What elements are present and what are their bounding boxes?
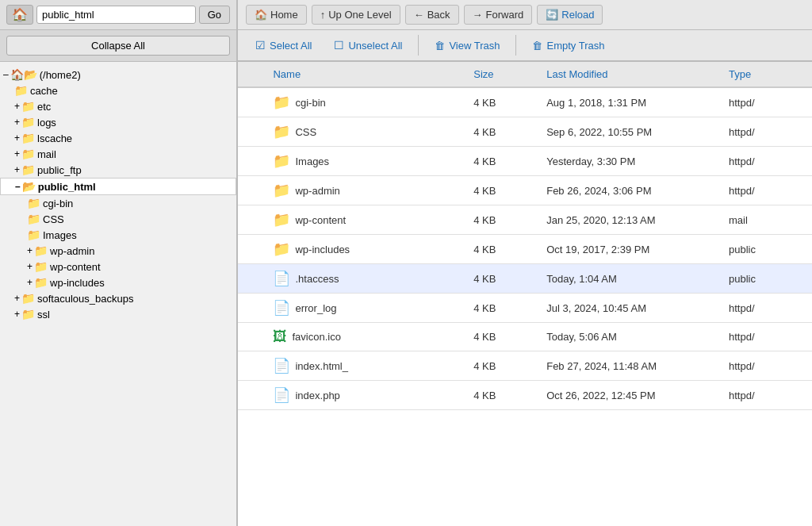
folder-icon: 📁: [21, 292, 35, 305]
tree-item-lscache[interactable]: +📁lscache: [0, 130, 236, 146]
select-all-button[interactable]: ☑ Select All: [246, 35, 321, 56]
row-type-cell: mail: [721, 205, 812, 235]
table-row[interactable]: 📁 cgi-bin 4 KB Aug 1, 2018, 1:31 PM http…: [238, 87, 812, 117]
tree-item-cache[interactable]: 📁cache: [0, 83, 236, 98]
view-trash-button[interactable]: 🗑 View Trash: [425, 36, 509, 56]
tree-container: –🏠📂(/home2)📁cache+📁etc+📁logs+📁lscache+📁m…: [0, 62, 236, 526]
back-button[interactable]: ← Back: [405, 5, 459, 25]
folder-icon: 📁: [34, 244, 48, 257]
tree-label: (/home2): [40, 69, 81, 81]
tree-item-etc[interactable]: +📁etc: [0, 98, 236, 114]
row-type-cell: httpd/: [721, 294, 812, 323]
row-size-cell: 4 KB: [465, 323, 538, 351]
table-row[interactable]: 📄 index.php 4 KB Oct 26, 2022, 12:45 PM …: [238, 381, 812, 410]
table-row[interactable]: 📁 CSS 4 KB Sep 6, 2022, 10:55 PM httpd/: [238, 117, 812, 147]
folder-icon: 📁: [273, 182, 290, 199]
action-toolbar: ☑ Select All ☐ Unselect All 🗑 View Trash…: [238, 30, 812, 62]
table-row[interactable]: 📁 wp-content 4 KB Jan 25, 2020, 12:13 AM…: [238, 205, 812, 235]
row-checkbox-cell: [238, 294, 265, 323]
table-row[interactable]: 📄 .htaccess 4 KB Today, 1:04 AM public: [238, 264, 812, 294]
tree-item-public_ftp[interactable]: +📁public_ftp: [0, 162, 236, 178]
row-type-cell: httpd/: [721, 147, 812, 176]
folder-icon: 📁: [27, 213, 40, 225]
file-name: error_log: [295, 302, 336, 314]
folder-icon: 📁: [27, 228, 40, 241]
tree-label: mail: [37, 148, 56, 160]
table-row[interactable]: 📁 Images 4 KB Yesterday, 3:30 PM httpd/: [238, 147, 812, 176]
tree-item-softaculous_backups[interactable]: +📁softaculous_backups: [0, 290, 236, 306]
tree-item-Images-sub[interactable]: 📁Images: [0, 227, 236, 243]
up-one-level-button[interactable]: ↑ Up One Level: [312, 5, 400, 25]
row-type-cell: httpd/: [721, 351, 812, 381]
row-name-cell: 📁 CSS: [265, 117, 465, 147]
row-modified-cell: Today, 5:06 AM: [538, 323, 721, 351]
header-size[interactable]: Size: [465, 62, 538, 87]
row-checkbox-cell: [238, 381, 265, 410]
path-home-icon[interactable]: 🏠: [6, 5, 33, 25]
row-checkbox-cell: [238, 147, 265, 176]
row-type-cell: public: [721, 264, 812, 294]
tree-item-CSS-sub[interactable]: 📁CSS: [0, 211, 236, 227]
tree-item-logs[interactable]: +📁logs: [0, 114, 236, 130]
reload-icon: 🔄: [546, 9, 558, 21]
header-type[interactable]: Type: [721, 62, 812, 87]
file-name: wp-admin: [295, 185, 339, 197]
row-checkbox-cell: [238, 323, 265, 351]
row-size-cell: 4 KB: [465, 351, 538, 381]
go-button[interactable]: Go: [199, 6, 230, 24]
htaccess-icon: 📄: [273, 270, 290, 287]
tree-label: logs: [37, 117, 56, 129]
tree-prefix: +: [14, 148, 20, 159]
row-name-cell: 📄 .htaccess: [265, 264, 465, 294]
file-name: wp-content: [295, 214, 346, 226]
row-modified-cell: Oct 19, 2017, 2:39 PM: [538, 235, 721, 264]
row-type-cell: public: [721, 235, 812, 264]
empty-trash-button[interactable]: 🗑 Empty Trash: [523, 36, 614, 56]
tree-item-wp-includes-sub[interactable]: +📁wp-includes: [0, 275, 236, 290]
folder-icon: 📁: [14, 84, 28, 97]
folder-icon: 📁: [21, 132, 35, 144]
image-icon: 🖼: [273, 328, 287, 345]
table-row[interactable]: 📄 error_log 4 KB Jul 3, 2024, 10:45 AM h…: [238, 294, 812, 323]
tree-item-home2[interactable]: –🏠📂(/home2): [0, 67, 236, 83]
tree-item-wp-admin-sub[interactable]: +📁wp-admin: [0, 243, 236, 259]
tree-prefix: +: [14, 117, 20, 128]
table-row[interactable]: 🖼 favicon.ico 4 KB Today, 5:06 AM httpd/: [238, 323, 812, 351]
row-name-cell: 📁 cgi-bin: [265, 87, 465, 117]
tree-label: softaculous_backups: [37, 293, 133, 305]
row-checkbox-cell: [238, 205, 265, 235]
tree-item-ssl[interactable]: +📁ssl: [0, 306, 236, 322]
table-row[interactable]: 📁 wp-admin 4 KB Feb 26, 2024, 3:06 PM ht…: [238, 176, 812, 205]
toolbar-separator-1: [418, 35, 419, 56]
checkbox-checked-icon: ☑: [255, 39, 266, 52]
file-name: CSS: [295, 126, 316, 138]
row-type-cell: httpd/: [721, 117, 812, 147]
home-button[interactable]: 🏠 Home: [246, 5, 307, 25]
tree-item-wp-content-sub[interactable]: +📁wp-content: [0, 259, 236, 275]
tree-item-public_html[interactable]: –📂public_html: [0, 178, 236, 195]
unselect-all-button[interactable]: ☐ Unselect All: [324, 35, 412, 56]
folder-icon: 📁: [273, 123, 290, 140]
row-size-cell: 4 KB: [465, 147, 538, 176]
header-name[interactable]: Name: [265, 62, 465, 87]
row-modified-cell: Jan 25, 2020, 12:13 AM: [538, 205, 721, 235]
file-name: cgi-bin: [295, 97, 325, 109]
reload-button[interactable]: 🔄 Reload: [537, 5, 603, 25]
row-name-cell: 📄 error_log: [265, 294, 465, 323]
path-input[interactable]: [36, 6, 196, 24]
tree-item-mail[interactable]: +📁mail: [0, 146, 236, 162]
row-type-cell: httpd/: [721, 176, 812, 205]
header-last-modified[interactable]: Last Modified: [538, 62, 721, 87]
left-panel: 🏠 Go Collapse All –🏠📂(/home2)📁cache+📁etc…: [0, 0, 238, 526]
tree-label: cgi-bin: [43, 198, 73, 209]
table-row[interactable]: 📄 index.html_ 4 KB Feb 27, 2024, 11:48 A…: [238, 351, 812, 381]
table-row[interactable]: 📁 wp-includes 4 KB Oct 19, 2017, 2:39 PM…: [238, 235, 812, 264]
forward-button[interactable]: → Forward: [464, 5, 533, 25]
right-panel: 🏠 Home ↑ Up One Level ← Back → Forward 🔄…: [238, 0, 812, 526]
toolbar-separator-2: [515, 35, 516, 56]
tree-item-cgi-bin-sub[interactable]: 📁cgi-bin: [0, 195, 236, 211]
tree-prefix: +: [27, 277, 33, 288]
row-size-cell: 4 KB: [465, 381, 538, 410]
tree-prefix: +: [14, 101, 20, 112]
collapse-all-button[interactable]: Collapse All: [6, 36, 230, 56]
